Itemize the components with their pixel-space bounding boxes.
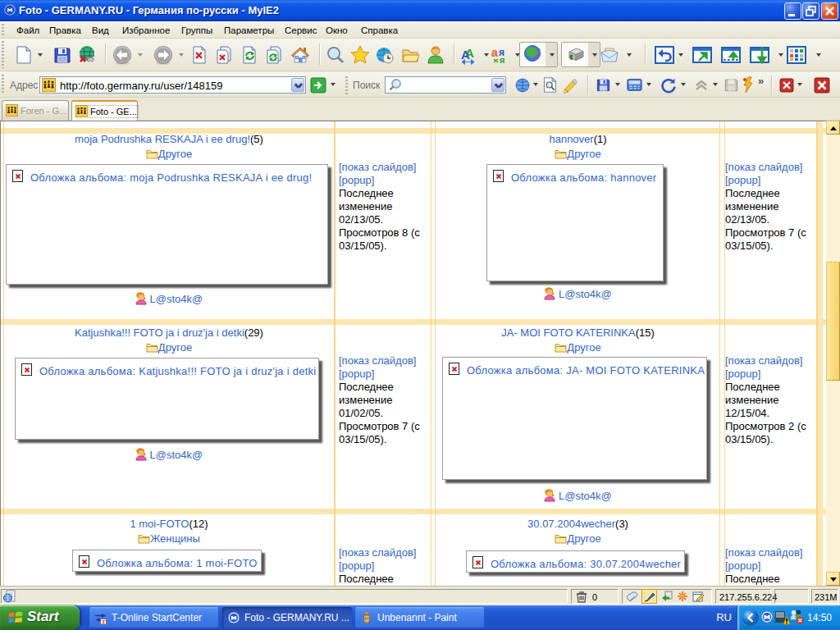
svg-text:T: T bbox=[102, 619, 106, 624]
svg-text:A: A bbox=[461, 48, 470, 62]
svg-text:я: я bbox=[500, 55, 504, 65]
svg-text:a: a bbox=[491, 46, 498, 59]
